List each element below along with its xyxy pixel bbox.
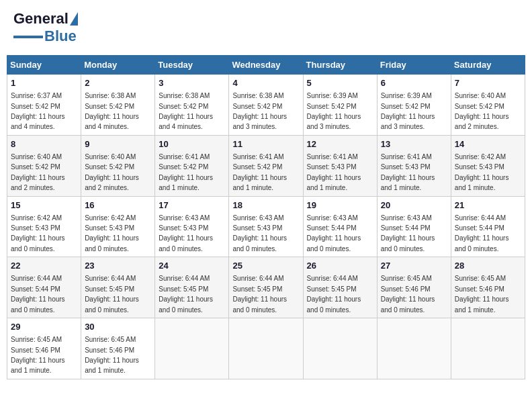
day-sunrise: Sunrise: 6:40 AM (455, 92, 506, 99)
day-sunset: Sunset: 5:43 PM (85, 224, 134, 232)
day-number: 7 (455, 77, 521, 89)
day-number: 11 (232, 138, 299, 150)
day-sunrise: Sunrise: 6:44 AM (232, 275, 283, 282)
logo-general-text: General (13, 10, 69, 28)
day-number: 28 (455, 260, 521, 272)
calendar-cell: 21 Sunrise: 6:44 AM Sunset: 5:44 PM Dayl… (451, 196, 525, 257)
day-sunrise: Sunrise: 6:44 AM (455, 214, 506, 222)
day-daylight: Daylight: 11 hours and 0 minutes. (232, 234, 287, 252)
day-sunrise: Sunrise: 6:45 AM (11, 336, 62, 343)
logo-blue-text: Blue (44, 28, 77, 45)
day-sunset: Sunset: 5:42 PM (307, 103, 357, 110)
day-daylight: Daylight: 11 hours and 3 minutes. (232, 113, 287, 130)
day-sunrise: Sunrise: 6:42 AM (85, 214, 136, 222)
day-number: 20 (381, 199, 447, 212)
day-daylight: Daylight: 11 hours and 1 minute. (159, 174, 213, 191)
day-sunset: Sunset: 5:45 PM (85, 285, 134, 293)
day-of-week-header: Wednesday (229, 56, 303, 75)
day-daylight: Daylight: 11 hours and 3 minutes. (381, 113, 435, 130)
calendar-cell: 19 Sunrise: 6:43 AM Sunset: 5:44 PM Dayl… (303, 196, 377, 257)
calendar-cell: 20 Sunrise: 6:43 AM Sunset: 5:44 PM Dayl… (377, 196, 451, 257)
day-number: 12 (307, 138, 373, 150)
day-number: 6 (381, 77, 447, 89)
day-sunset: Sunset: 5:46 PM (11, 347, 60, 354)
empty-cell (451, 318, 525, 379)
day-sunset: Sunset: 5:43 PM (307, 163, 357, 171)
day-daylight: Daylight: 11 hours and 1 minute. (455, 174, 509, 191)
page-header: General Blue (7, 7, 525, 48)
day-number: 13 (381, 138, 447, 150)
day-number: 1 (11, 77, 77, 89)
day-daylight: Daylight: 11 hours and 0 minutes. (381, 234, 435, 252)
day-daylight: Daylight: 11 hours and 0 minutes. (159, 295, 213, 313)
calendar-cell: 15 Sunrise: 6:42 AM Sunset: 5:43 PM Dayl… (7, 196, 81, 257)
day-sunrise: Sunrise: 6:39 AM (307, 92, 358, 99)
day-sunrise: Sunrise: 6:38 AM (159, 92, 210, 99)
day-number: 19 (307, 199, 373, 212)
day-sunrise: Sunrise: 6:45 AM (381, 275, 432, 282)
day-sunset: Sunset: 5:46 PM (381, 285, 431, 293)
calendar-cell: 11 Sunrise: 6:41 AM Sunset: 5:42 PM Dayl… (229, 135, 303, 196)
day-number: 27 (381, 260, 447, 272)
day-sunrise: Sunrise: 6:38 AM (232, 92, 283, 99)
day-number: 8 (11, 138, 77, 150)
day-sunrise: Sunrise: 6:41 AM (307, 153, 358, 161)
day-sunrise: Sunrise: 6:42 AM (455, 153, 506, 161)
calendar-cell: 25 Sunrise: 6:44 AM Sunset: 5:45 PM Dayl… (229, 257, 303, 318)
day-sunrise: Sunrise: 6:39 AM (381, 92, 432, 99)
calendar-cell: 2 Sunrise: 6:38 AM Sunset: 5:42 PM Dayli… (81, 75, 155, 136)
day-daylight: Daylight: 11 hours and 0 minutes. (85, 234, 139, 252)
calendar-cell: 27 Sunrise: 6:45 AM Sunset: 5:46 PM Dayl… (377, 257, 451, 318)
day-of-week-header: Tuesday (155, 56, 229, 75)
calendar-cell: 3 Sunrise: 6:38 AM Sunset: 5:42 PM Dayli… (155, 75, 229, 136)
day-daylight: Daylight: 11 hours and 0 minutes. (159, 234, 213, 252)
day-sunrise: Sunrise: 6:45 AM (455, 275, 506, 282)
day-sunset: Sunset: 5:44 PM (307, 224, 357, 232)
calendar-cell: 14 Sunrise: 6:42 AM Sunset: 5:43 PM Dayl… (451, 135, 525, 196)
calendar-cell: 13 Sunrise: 6:41 AM Sunset: 5:43 PM Dayl… (377, 135, 451, 196)
calendar-cell: 1 Sunrise: 6:37 AM Sunset: 5:42 PM Dayli… (7, 75, 81, 136)
calendar-cell: 23 Sunrise: 6:44 AM Sunset: 5:45 PM Dayl… (81, 257, 155, 318)
calendar-cell: 18 Sunrise: 6:43 AM Sunset: 5:43 PM Dayl… (229, 196, 303, 257)
day-sunset: Sunset: 5:46 PM (455, 285, 504, 293)
day-sunset: Sunset: 5:45 PM (159, 285, 208, 293)
day-sunrise: Sunrise: 6:42 AM (11, 214, 62, 222)
day-number: 26 (307, 260, 373, 272)
day-sunset: Sunset: 5:42 PM (85, 163, 134, 171)
day-daylight: Daylight: 11 hours and 0 minutes. (381, 295, 435, 313)
day-daylight: Daylight: 11 hours and 0 minutes. (85, 295, 139, 313)
day-daylight: Daylight: 11 hours and 0 minutes. (11, 234, 65, 252)
day-daylight: Daylight: 11 hours and 1 minute. (11, 357, 65, 374)
calendar-cell: 30 Sunrise: 6:45 AM Sunset: 5:46 PM Dayl… (81, 318, 155, 379)
day-sunset: Sunset: 5:42 PM (11, 163, 60, 171)
day-number: 15 (11, 199, 77, 212)
day-sunrise: Sunrise: 6:43 AM (159, 214, 210, 222)
day-number: 22 (11, 260, 77, 272)
day-of-week-header: Saturday (451, 56, 525, 75)
day-sunset: Sunset: 5:45 PM (307, 285, 357, 293)
day-number: 3 (159, 77, 225, 89)
day-daylight: Daylight: 11 hours and 3 minutes. (307, 113, 361, 130)
day-sunrise: Sunrise: 6:44 AM (11, 275, 62, 282)
day-sunset: Sunset: 5:42 PM (85, 103, 134, 110)
day-number: 18 (232, 199, 299, 212)
day-sunset: Sunset: 5:42 PM (232, 103, 282, 110)
empty-cell (155, 318, 229, 379)
day-daylight: Daylight: 11 hours and 0 minutes. (11, 295, 65, 313)
day-sunrise: Sunrise: 6:43 AM (232, 214, 283, 222)
day-sunrise: Sunrise: 6:45 AM (85, 336, 136, 343)
day-number: 29 (11, 321, 77, 333)
day-number: 10 (159, 138, 225, 150)
day-sunrise: Sunrise: 6:43 AM (381, 214, 432, 222)
day-number: 24 (159, 260, 225, 272)
day-of-week-header: Thursday (303, 56, 377, 75)
calendar-cell: 26 Sunrise: 6:44 AM Sunset: 5:45 PM Dayl… (303, 257, 377, 318)
day-sunrise: Sunrise: 6:40 AM (11, 153, 62, 161)
day-daylight: Daylight: 11 hours and 1 minute. (381, 174, 435, 191)
calendar-cell: 7 Sunrise: 6:40 AM Sunset: 5:42 PM Dayli… (451, 75, 525, 136)
day-daylight: Daylight: 11 hours and 0 minutes. (307, 295, 361, 313)
day-daylight: Daylight: 11 hours and 2 minutes. (455, 113, 509, 130)
day-sunrise: Sunrise: 6:40 AM (85, 153, 136, 161)
day-daylight: Daylight: 11 hours and 1 minute. (307, 174, 361, 191)
calendar-cell: 22 Sunrise: 6:44 AM Sunset: 5:44 PM Dayl… (7, 257, 81, 318)
